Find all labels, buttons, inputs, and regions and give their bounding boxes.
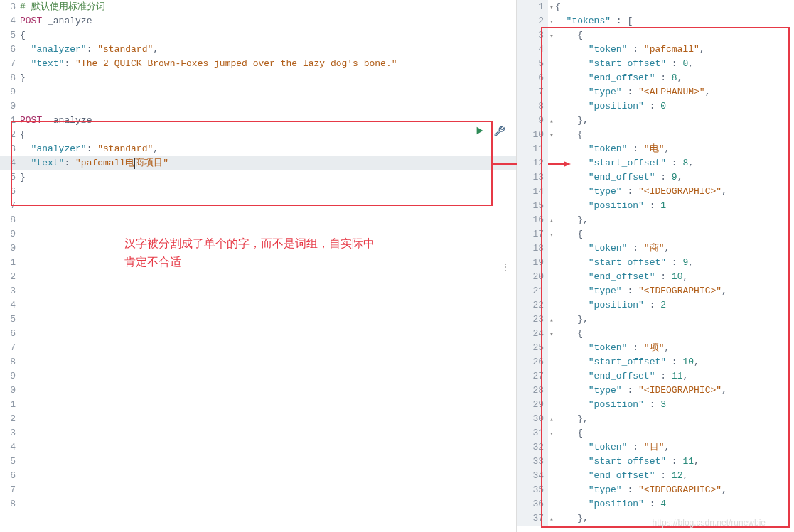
code-line[interactable]: 0 [0, 99, 516, 114]
code-line[interactable]: 9 [0, 85, 516, 99]
line-number: 21 [517, 284, 548, 298]
response-line: 29 "position" : 3 [517, 398, 794, 412]
fold-toggle-icon[interactable]: ▾ [548, 228, 555, 242]
line-number: 22 [517, 298, 548, 313]
line-number: 34 [517, 469, 548, 483]
vertical-dots-icon[interactable]: ⋮ [500, 261, 510, 273]
watermark: https://blog.csdn.net/runewbie [653, 518, 766, 528]
code-line[interactable]: 6 [0, 185, 516, 199]
line-number: 16 [517, 213, 548, 227]
code-line[interactable]: 1POST _analyze [0, 114, 516, 128]
line-number: 17 [517, 227, 548, 241]
code-line[interactable]: 9 [0, 369, 516, 384]
code-line[interactable]: 6 "analyzer": "standard", [0, 43, 516, 57]
code-line[interactable]: 7 [0, 483, 516, 497]
code-line[interactable]: 0 [0, 384, 516, 398]
response-panel[interactable]: 1▾{2▾ "tokens" : [3▾ {4 "token" : "pafcm… [517, 0, 794, 532]
fold-toggle-icon[interactable]: ▾ [548, 327, 555, 342]
response-line: 19 "start_offset" : 9, [517, 256, 794, 270]
fold-toggle-icon[interactable]: ▴ [548, 114, 555, 129]
line-number: 12 [517, 156, 548, 170]
line-number: 4 [0, 440, 20, 455]
line-number: 3 [0, 426, 20, 440]
response-line: 26 "start_offset" : 10, [517, 355, 794, 369]
code-line[interactable]: 4 [0, 440, 516, 455]
code-line[interactable]: 6 [0, 469, 516, 483]
line-number: 7 [0, 57, 20, 71]
code-line[interactable]: 2{ [0, 128, 516, 142]
line-number: 4 [0, 298, 20, 313]
line-number: 9 [0, 85, 20, 99]
code-line[interactable]: 7 [0, 341, 516, 355]
code-line[interactable]: 7 "text": "The 2 QUICK Brown-Foxes jumpe… [0, 57, 516, 71]
response-line: 6 "end_offset" : 8, [517, 71, 794, 85]
code-line[interactable]: 3 "analyzer": "standard", [0, 142, 516, 156]
code-line[interactable]: 2 [0, 412, 516, 426]
response-line: 10▾ { [517, 128, 794, 142]
line-number: 1 [0, 398, 20, 412]
line-number: 2 [0, 412, 20, 426]
fold-toggle-icon[interactable]: ▾ [548, 1, 555, 15]
line-number: 5 [0, 170, 20, 185]
response-line: 36 "position" : 4 [517, 497, 794, 511]
code-line[interactable]: 5 [0, 455, 516, 469]
line-number: 0 [0, 99, 20, 114]
annotation-text: 汉字被分割成了单个的字，而不是词组，自实际中 肯定不合适 [124, 234, 375, 271]
fold-toggle-icon[interactable]: ▴ [548, 512, 555, 526]
code-line[interactable]: 6 [0, 327, 516, 341]
code-line[interactable]: 3# 默认使用标准分词 [0, 0, 516, 14]
fold-toggle-icon[interactable]: ▾ [548, 29, 555, 43]
line-number: 0 [0, 384, 20, 398]
code-line[interactable]: 1 [0, 398, 516, 412]
code-line[interactable]: 8 [0, 497, 516, 511]
line-number: 3 [0, 0, 20, 14]
line-number: 32 [517, 440, 548, 455]
code-line[interactable]: 4 "text": "pafcmall电商项目" [0, 156, 516, 170]
line-number: 6 [0, 185, 20, 199]
line-number: 24 [517, 327, 548, 341]
response-line: 13 "end_offset" : 9, [517, 170, 794, 185]
line-number: 7 [517, 85, 548, 99]
code-line[interactable]: 5} [0, 170, 516, 185]
response-line: 20 "end_offset" : 10, [517, 270, 794, 284]
code-line[interactable]: 5{ [0, 28, 516, 43]
code-line[interactable]: 8 [0, 213, 516, 227]
code-line[interactable]: 4POST _analyze [0, 14, 516, 28]
line-number: 8 [0, 355, 20, 369]
line-number: 2 [0, 128, 20, 142]
line-number: 4 [0, 14, 20, 28]
request-editor-panel[interactable]: 3# 默认使用标准分词4POST _analyze5{6 "analyzer":… [0, 0, 517, 532]
line-number: 1 [0, 256, 20, 270]
fold-toggle-icon[interactable]: ▴ [548, 413, 555, 427]
line-number: 3 [0, 284, 20, 298]
line-number: 37 [517, 511, 548, 526]
fold-toggle-icon[interactable]: ▾ [548, 15, 555, 29]
code-line[interactable]: 4 [0, 298, 516, 313]
response-line: 2▾ "tokens" : [ [517, 14, 794, 28]
response-line: 31▾ { [517, 426, 794, 440]
response-line: 18 "token" : "商", [517, 241, 794, 256]
line-number: 5 [0, 28, 20, 43]
response-line: 17▾ { [517, 227, 794, 241]
response-line: 4 "token" : "pafcmall", [517, 43, 794, 57]
code-line[interactable]: 5 [0, 313, 516, 327]
fold-toggle-icon[interactable]: ▴ [548, 313, 555, 327]
code-line[interactable]: 3 [0, 284, 516, 298]
line-number: 7 [0, 483, 20, 497]
line-number: 9 [0, 369, 20, 384]
line-number: 8 [0, 71, 20, 85]
wrench-icon[interactable] [493, 125, 505, 139]
line-number: 3 [0, 142, 20, 156]
code-line[interactable]: 8} [0, 71, 516, 85]
line-number: 2 [0, 270, 20, 284]
line-number: 6 [517, 71, 548, 85]
code-line[interactable]: 7 [0, 199, 516, 213]
line-number: 1 [517, 0, 548, 14]
code-line[interactable]: 8 [0, 355, 516, 369]
fold-toggle-icon[interactable]: ▴ [548, 214, 555, 228]
run-icon[interactable] [475, 126, 485, 139]
code-line[interactable]: 3 [0, 426, 516, 440]
fold-toggle-icon[interactable]: ▾ [548, 427, 555, 441]
fold-toggle-icon[interactable]: ▾ [548, 129, 555, 143]
code-line[interactable]: 2 [0, 270, 516, 284]
